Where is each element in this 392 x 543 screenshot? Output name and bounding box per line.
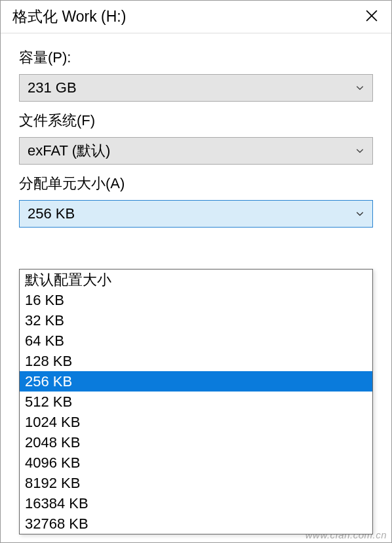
format-dialog: 格式化 Work (H:) 容量(P): 231 GB 文件系统(F) exFA…	[0, 0, 392, 543]
window-title: 格式化 Work (H:)	[12, 7, 126, 27]
allocation-value: 256 KB	[28, 205, 75, 222]
chevron-down-icon	[355, 209, 364, 218]
chevron-down-icon	[355, 146, 364, 155]
allocation-dropdown: 默认配置大小16 KB32 KB64 KB128 KB256 KB512 KB1…	[19, 269, 373, 534]
filesystem-combobox[interactable]: exFAT (默认)	[19, 137, 373, 165]
allocation-label: 分配单元大小(A)	[19, 174, 373, 193]
allocation-option[interactable]: 64 KB	[20, 331, 372, 351]
allocation-option[interactable]: 128 KB	[20, 351, 372, 371]
capacity-label: 容量(P):	[19, 48, 373, 68]
allocation-option[interactable]: 1024 KB	[20, 412, 372, 432]
chevron-down-icon	[355, 83, 364, 92]
capacity-value: 231 GB	[28, 79, 77, 96]
allocation-option[interactable]: 32768 KB	[20, 513, 372, 534]
close-icon	[366, 10, 378, 24]
close-button[interactable]	[359, 4, 385, 30]
titlebar: 格式化 Work (H:)	[1, 1, 391, 33]
allocation-option[interactable]: 512 KB	[20, 392, 372, 412]
filesystem-value: exFAT (默认)	[28, 141, 110, 161]
capacity-combobox[interactable]: 231 GB	[19, 74, 373, 102]
allocation-combobox[interactable]: 256 KB	[19, 200, 373, 228]
allocation-option[interactable]: 2048 KB	[20, 432, 372, 452]
allocation-option[interactable]: 16 KB	[20, 290, 372, 310]
allocation-option[interactable]: 16384 KB	[20, 493, 372, 513]
dialog-content: 容量(P): 231 GB 文件系统(F) exFAT (默认) 分配单元大小(…	[1, 33, 391, 542]
allocation-option[interactable]: 256 KB	[20, 371, 372, 392]
allocation-option[interactable]: 32 KB	[20, 310, 372, 331]
allocation-option[interactable]: 8192 KB	[20, 473, 372, 493]
allocation-option[interactable]: 默认配置大小	[20, 270, 372, 290]
filesystem-label: 文件系统(F)	[19, 111, 373, 131]
allocation-option[interactable]: 4096 KB	[20, 452, 372, 473]
